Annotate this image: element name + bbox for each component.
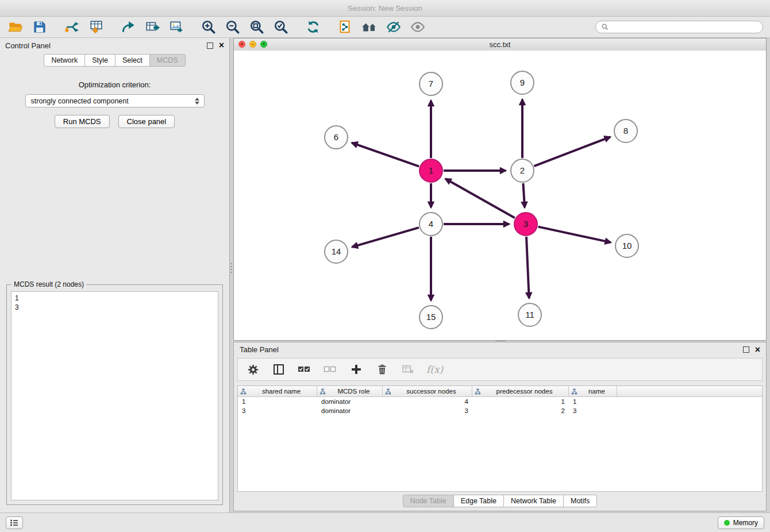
table-row[interactable]: 1dominator411 xyxy=(238,397,762,406)
tab-node-table[interactable]: Node Table xyxy=(403,495,453,507)
panel-selector-button[interactable] xyxy=(6,516,23,529)
export-network-button[interactable] xyxy=(120,18,137,36)
node-8[interactable]: 8 xyxy=(614,119,637,142)
horizontal-splitter[interactable] xyxy=(233,340,767,342)
column-type-icon xyxy=(475,388,481,395)
panel-list-icon xyxy=(10,519,19,527)
mcds-result-text[interactable]: 1 3 xyxy=(11,291,218,500)
maximize-window-icon[interactable]: + xyxy=(260,41,267,48)
import-network-button[interactable] xyxy=(63,18,80,36)
zoom-selected-button[interactable] xyxy=(272,18,290,36)
table-cell[interactable]: 1 xyxy=(472,398,569,405)
column-header-shared-name[interactable]: shared name xyxy=(238,386,317,396)
node-6[interactable]: 6 xyxy=(325,126,348,149)
table-cell[interactable]: 2 xyxy=(472,407,569,414)
search-input[interactable] xyxy=(612,22,757,32)
network-home-icon xyxy=(361,20,378,34)
table-cell[interactable]: 4 xyxy=(383,398,472,405)
tab-motifs[interactable]: Motifs xyxy=(563,495,597,507)
node-9[interactable]: 9 xyxy=(511,71,534,94)
tab-edge-table[interactable]: Edge Table xyxy=(453,495,503,507)
close-panel-button[interactable]: Close panel xyxy=(118,115,175,128)
node-10[interactable]: 10 xyxy=(615,234,638,257)
column-header-predecessor-nodes[interactable]: predecessor nodes xyxy=(472,386,569,396)
node-4[interactable]: 4 xyxy=(419,213,442,236)
node-3[interactable]: 3 xyxy=(514,213,537,236)
create-column-button[interactable] xyxy=(349,362,364,377)
table-body: 1dominator4113dominator323 xyxy=(238,397,762,415)
node-15[interactable]: 15 xyxy=(419,306,442,329)
graphics-details-button[interactable] xyxy=(385,18,402,36)
titlebar[interactable]: Session: New Session xyxy=(0,0,770,17)
close-panel-icon[interactable]: × xyxy=(219,41,224,49)
edge-3-11[interactable] xyxy=(526,237,529,298)
edge-2-8[interactable] xyxy=(534,137,610,166)
column-type-icon xyxy=(385,388,391,395)
save-session-icon xyxy=(33,20,47,34)
table-row[interactable]: 3dominator323 xyxy=(238,406,762,415)
eye-button[interactable] xyxy=(409,18,426,36)
column-header-name[interactable]: name xyxy=(569,386,617,396)
table-cell[interactable]: 3 xyxy=(238,407,317,414)
tab-network-table[interactable]: Network Table xyxy=(503,495,563,507)
column-type-icon xyxy=(319,388,326,395)
edge-2-3[interactable] xyxy=(523,183,525,207)
edge-3-1[interactable] xyxy=(445,179,515,218)
tab-mcds[interactable]: MCDS xyxy=(149,54,186,67)
network-window-titlebar[interactable]: × − + scc.txt xyxy=(234,38,766,51)
show-columns-button[interactable] xyxy=(271,362,286,377)
delete-table-button[interactable] xyxy=(401,362,415,377)
select-all-columns-button[interactable] xyxy=(297,362,312,377)
node-1[interactable]: 1 xyxy=(419,159,442,182)
apply-layout-button[interactable] xyxy=(305,18,322,36)
open-file-button[interactable] xyxy=(7,18,24,36)
node-2[interactable]: 2 xyxy=(511,159,534,182)
save-session-button[interactable] xyxy=(31,18,48,36)
function-builder-button[interactable]: f(x) xyxy=(426,364,443,375)
node-11[interactable]: 11 xyxy=(518,303,541,326)
column-header-mcds-role[interactable]: MCDS role xyxy=(317,386,383,396)
table-cell[interactable]: 1 xyxy=(569,398,617,405)
table-cell[interactable]: dominator xyxy=(317,398,383,405)
minimize-window-icon[interactable]: − xyxy=(249,41,256,48)
window-title: Session: New Session xyxy=(348,4,422,13)
float-table-panel-icon[interactable] xyxy=(743,346,749,353)
tab-network[interactable]: Network xyxy=(44,54,84,67)
table-cell[interactable]: 1 xyxy=(238,398,317,405)
vertical-splitter[interactable] xyxy=(230,38,233,512)
unselect-all-columns-button[interactable] xyxy=(323,362,338,377)
delete-column-button[interactable] xyxy=(375,362,390,377)
node-7[interactable]: 7 xyxy=(419,72,442,95)
tab-select[interactable]: Select xyxy=(115,54,149,67)
network-window: × − + scc.txt 7968124314101511 xyxy=(233,38,767,341)
search-box[interactable] xyxy=(595,21,763,33)
table-cell[interactable]: 3 xyxy=(569,407,617,414)
export-image-button[interactable] xyxy=(168,18,185,36)
node-14[interactable]: 14 xyxy=(325,240,348,263)
close-window-icon[interactable]: × xyxy=(238,41,245,48)
column-header-successor-nodes[interactable]: successor nodes xyxy=(383,386,472,396)
tab-style[interactable]: Style xyxy=(84,54,115,67)
zoom-out-button[interactable] xyxy=(224,18,241,36)
control-panel-header: Control Panel × xyxy=(0,38,229,53)
memory-button[interactable]: Memory xyxy=(718,516,764,529)
export-table-icon xyxy=(145,20,160,34)
network-home-button[interactable] xyxy=(361,18,378,36)
float-panel-icon[interactable] xyxy=(207,43,213,49)
edge-4-14[interactable] xyxy=(352,228,419,247)
table-toolbar: f(x) xyxy=(237,358,763,381)
network-view[interactable]: 7968124314101511 xyxy=(234,51,766,340)
run-mcds-button[interactable]: Run MCDS xyxy=(55,115,110,128)
criterion-select[interactable]: strongly connected component xyxy=(25,94,205,107)
export-table-button[interactable] xyxy=(144,18,161,36)
edge-1-6[interactable] xyxy=(352,143,419,167)
edge-3-10[interactable] xyxy=(538,227,611,242)
table-cell[interactable]: dominator xyxy=(317,407,383,414)
import-table-button[interactable] xyxy=(87,18,105,36)
close-table-panel-icon[interactable]: × xyxy=(755,346,760,354)
first-neighbors-button[interactable] xyxy=(337,18,354,36)
zoom-in-button[interactable] xyxy=(200,18,217,36)
zoom-fit-button[interactable] xyxy=(248,18,265,36)
table-cell[interactable]: 3 xyxy=(383,407,472,414)
table-options-button[interactable] xyxy=(245,362,260,377)
